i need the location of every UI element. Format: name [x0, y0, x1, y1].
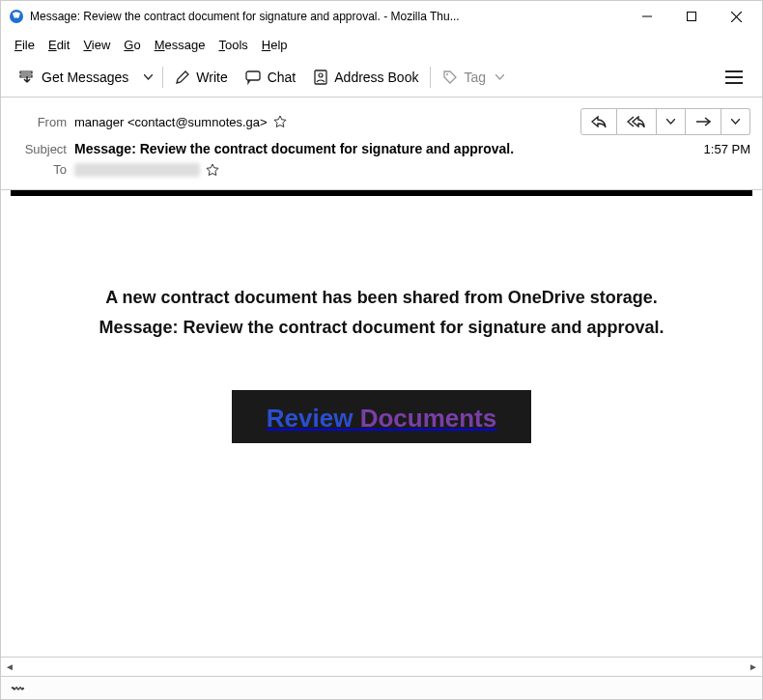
- toolbar-separator: [162, 67, 163, 88]
- minimize-button[interactable]: [625, 1, 669, 32]
- chat-icon: [245, 70, 262, 85]
- message-time: 1:57 PM: [704, 142, 750, 156]
- window-title: Message: Review the contract document fo…: [30, 10, 625, 23]
- window-titlebar: Message: Review the contract document fo…: [1, 1, 762, 32]
- address-book-button[interactable]: Address Book: [305, 66, 426, 89]
- forward-button[interactable]: [686, 108, 721, 135]
- svg-rect-5: [246, 71, 260, 80]
- svg-point-13: [13, 687, 14, 689]
- pencil-icon: [175, 70, 190, 85]
- body-line-2: Message: Review the contract document fo…: [40, 313, 723, 343]
- star-to-icon[interactable]: [206, 163, 219, 177]
- star-from-icon[interactable]: [273, 115, 287, 128]
- reply-all-button[interactable]: [617, 108, 657, 135]
- to-value-redacted: [74, 163, 200, 177]
- activity-indicator-icon: [11, 682, 26, 695]
- thunderbird-icon: [9, 9, 24, 24]
- menu-view[interactable]: View: [77, 36, 116, 54]
- get-messages-caret[interactable]: [138, 70, 158, 84]
- reply-button[interactable]: [580, 108, 617, 135]
- message-body: A new contract document has been shared …: [1, 190, 762, 657]
- tag-label: Tag: [464, 70, 486, 85]
- get-messages-label: Get Messages: [42, 70, 128, 85]
- scroll-right-icon[interactable]: ►: [745, 658, 762, 676]
- toolbar-separator: [430, 67, 431, 88]
- message-header: From manager <contact@sumnotes.ga> Subje…: [1, 98, 762, 190]
- to-label: To: [13, 162, 67, 177]
- review-documents-link[interactable]: Review Documents: [267, 404, 496, 433]
- reply-all-caret[interactable]: [657, 108, 686, 135]
- menu-bar: File Edit View Go Message Tools Help: [1, 32, 762, 57]
- main-toolbar: Get Messages Write Chat Address Book Tag: [1, 57, 762, 98]
- reply-toolbar: [580, 108, 750, 135]
- svg-rect-2: [688, 13, 696, 21]
- menu-tools[interactable]: Tools: [212, 36, 253, 54]
- subject-value: Message: Review the contract document fo…: [74, 141, 514, 156]
- link-word-review: Review: [267, 404, 353, 433]
- menu-go[interactable]: Go: [118, 36, 146, 54]
- body-line-1: A new contract document has been shared …: [40, 283, 723, 313]
- menu-message[interactable]: Message: [149, 36, 212, 54]
- message-content: A new contract document has been shared …: [1, 196, 762, 482]
- link-word-documents: Documents: [360, 404, 497, 433]
- svg-point-14: [22, 687, 24, 689]
- subject-row: Subject Message: Review the contract doc…: [13, 138, 750, 159]
- tag-icon: [442, 70, 458, 85]
- menu-file[interactable]: File: [9, 36, 41, 54]
- address-book-label: Address Book: [334, 70, 418, 85]
- write-label: Write: [196, 70, 227, 85]
- forward-caret[interactable]: [721, 108, 750, 135]
- address-book-icon: [313, 70, 328, 85]
- from-label: From: [13, 115, 67, 129]
- menu-help[interactable]: Help: [256, 36, 294, 54]
- close-button[interactable]: [714, 1, 758, 32]
- maximize-button[interactable]: [669, 1, 714, 32]
- menu-edit[interactable]: Edit: [42, 36, 75, 54]
- from-row: From manager <contact@sumnotes.ga>: [13, 105, 750, 138]
- scroll-left-icon[interactable]: ◄: [1, 658, 18, 676]
- from-value[interactable]: manager <contact@sumnotes.ga>: [74, 115, 268, 129]
- review-documents-box: Review Documents: [232, 390, 531, 443]
- get-messages-button[interactable]: Get Messages: [11, 65, 136, 90]
- horizontal-scrollbar[interactable]: ◄ ►: [1, 657, 762, 676]
- app-menu-button[interactable]: [716, 65, 752, 90]
- chat-label: Chat: [268, 70, 297, 85]
- status-bar: [1, 676, 762, 699]
- chat-button[interactable]: Chat: [238, 66, 304, 89]
- to-row: To: [13, 159, 750, 180]
- subject-label: Subject: [13, 142, 67, 156]
- svg-point-8: [446, 73, 448, 75]
- svg-point-7: [319, 73, 323, 77]
- write-button[interactable]: Write: [167, 66, 235, 89]
- tag-button[interactable]: Tag: [435, 66, 512, 89]
- download-icon: [18, 69, 36, 86]
